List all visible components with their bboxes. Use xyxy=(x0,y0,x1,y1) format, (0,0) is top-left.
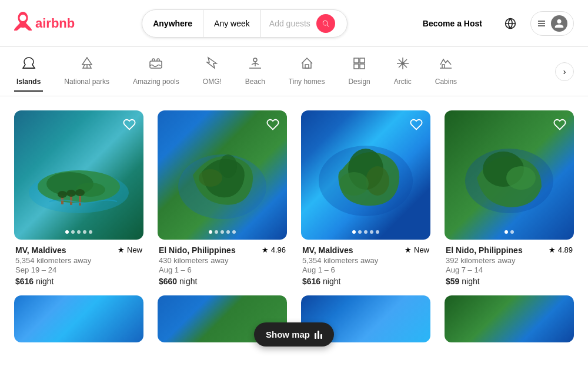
wishlist-button-4[interactable] xyxy=(552,116,568,133)
category-beach[interactable]: Beach xyxy=(243,52,268,92)
islands-icon xyxy=(22,56,36,74)
listing-location-3: MV, Maldives xyxy=(302,245,353,255)
listing-image-1 xyxy=(14,110,143,240)
national-parks-label: National parks xyxy=(64,78,109,86)
listing-dates-2: Aug 1 – 6 xyxy=(159,265,286,274)
amazing-pools-label: Amazing pools xyxy=(133,78,179,86)
beach-icon xyxy=(248,56,262,74)
listings-grid: MV, Maldives ★ New 5,354 kilometers away… xyxy=(0,96,588,286)
svg-point-36 xyxy=(506,166,536,190)
category-islands[interactable]: Islands xyxy=(14,52,43,92)
hamburger-icon xyxy=(537,19,546,28)
listing-price-4: $59 night xyxy=(446,277,573,286)
bottom-card-4[interactable] xyxy=(445,295,574,342)
arctic-label: Arctic xyxy=(394,78,412,86)
listing-card-1[interactable]: MV, Maldives ★ New 5,354 kilometers away… xyxy=(14,110,143,286)
listing-card-2[interactable]: El Nido, Philippines ★ 4.96 430 kilomete… xyxy=(158,110,287,286)
wishlist-button-1[interactable] xyxy=(121,116,138,133)
listing-image-2 xyxy=(158,110,287,240)
category-next-arrow[interactable]: › xyxy=(555,62,574,81)
header-right: Become a Host xyxy=(415,11,574,36)
category-design[interactable]: Design xyxy=(346,52,372,92)
image-dots-2 xyxy=(209,230,236,234)
search-any-week[interactable]: Any week xyxy=(203,10,261,37)
tiny-homes-label: Tiny homes xyxy=(289,78,325,86)
user-menu-button[interactable] xyxy=(530,11,574,36)
image-dots-4 xyxy=(505,230,514,234)
beach-label: Beach xyxy=(245,78,265,86)
listing-price-3: $616 night xyxy=(302,277,429,286)
listing-dates-1: Sep 19 – 24 xyxy=(15,265,142,274)
logo[interactable]: airbnb xyxy=(14,12,75,35)
listing-dates-4: Aug 7 – 14 xyxy=(446,265,573,274)
category-omg[interactable]: OMG! xyxy=(201,52,224,92)
svg-point-32 xyxy=(366,166,389,196)
listing-info-1: MV, Maldives ★ New 5,354 kilometers away… xyxy=(14,240,143,286)
search-anywhere[interactable]: Anywhere xyxy=(142,10,203,37)
category-amazing-pools[interactable]: Amazing pools xyxy=(131,52,182,92)
show-map-button[interactable]: Show map xyxy=(254,322,334,347)
bottom-card-1[interactable] xyxy=(14,295,143,342)
category-arctic[interactable]: Arctic xyxy=(392,52,414,92)
svg-rect-9 xyxy=(360,58,365,63)
listing-image-4 xyxy=(445,110,574,240)
listing-rating-3: ★ New xyxy=(405,245,429,254)
listing-rating-4: ★ 4.89 xyxy=(549,245,573,254)
globe-icon[interactable] xyxy=(500,13,521,34)
listing-price-1: $616 night xyxy=(15,277,142,286)
listing-image-3 xyxy=(301,110,430,240)
listing-info-4: El Nido, Philippines ★ 4.89 392 kilomete… xyxy=(445,240,574,286)
tiny-homes-icon xyxy=(300,56,314,74)
listing-rating-2: ★ 4.96 xyxy=(262,245,286,254)
search-button[interactable] xyxy=(316,14,335,33)
svg-point-25 xyxy=(66,190,76,197)
listings-main: MV, Maldives ★ New 5,354 kilometers away… xyxy=(0,96,588,342)
listing-location-2: El Nido, Philippines xyxy=(159,245,236,255)
show-map-label: Show map xyxy=(266,329,310,339)
listing-rating-1: ★ New xyxy=(118,245,142,254)
svg-point-33 xyxy=(339,172,369,196)
wishlist-button-2[interactable] xyxy=(265,116,281,133)
listing-price-2: $660 night xyxy=(159,277,286,286)
svg-point-28 xyxy=(219,154,237,178)
category-national-parks[interactable]: National parks xyxy=(62,52,112,92)
category-cabins[interactable]: Cabins xyxy=(433,52,459,92)
listing-card-4[interactable]: El Nido, Philippines ★ 4.89 392 kilomete… xyxy=(445,110,574,286)
search-guests-container[interactable]: Add guests xyxy=(261,14,347,33)
omg-icon xyxy=(205,56,219,74)
user-avatar xyxy=(551,15,567,32)
design-icon xyxy=(352,56,366,74)
listing-location-4: El Nido, Philippines xyxy=(446,245,523,255)
svg-point-29 xyxy=(199,169,222,187)
svg-rect-7 xyxy=(305,65,309,68)
amazing-pools-icon xyxy=(149,56,163,74)
listing-card-3[interactable]: MV, Maldives ★ New 5,354 kilometers away… xyxy=(301,110,430,286)
listing-location-1: MV, Maldives xyxy=(15,245,66,255)
category-tiny-homes[interactable]: Tiny homes xyxy=(286,52,328,92)
svg-rect-11 xyxy=(360,64,365,69)
map-bars-icon xyxy=(315,331,322,339)
cabins-label: Cabins xyxy=(435,78,457,86)
design-label: Design xyxy=(348,78,370,86)
islands-label: Islands xyxy=(16,78,41,86)
listing-dates-3: Aug 1 – 6 xyxy=(302,265,429,274)
become-host-button[interactable]: Become a Host xyxy=(415,13,490,34)
cabins-icon xyxy=(439,56,453,74)
svg-point-26 xyxy=(75,189,85,196)
listing-distance-3: 5,354 kilometers away xyxy=(302,256,429,265)
svg-point-24 xyxy=(58,191,67,198)
svg-rect-10 xyxy=(354,64,359,69)
logo-text: airbnb xyxy=(35,16,75,31)
listing-distance-1: 5,354 kilometers away xyxy=(15,256,142,265)
arctic-icon xyxy=(396,56,410,74)
wishlist-button-3[interactable] xyxy=(408,116,425,133)
header: airbnb Anywhere Any week Add guests Beco… xyxy=(0,0,588,47)
national-parks-icon xyxy=(80,56,94,74)
image-dots-1 xyxy=(65,230,92,234)
category-nav: Islands National parks Amazi xyxy=(0,47,588,96)
search-guests-text: Add guests xyxy=(269,19,310,28)
search-bar: Anywhere Any week Add guests xyxy=(142,9,348,38)
listing-distance-2: 430 kilometers away xyxy=(159,256,286,265)
listing-info-3: MV, Maldives ★ New 5,354 kilometers away… xyxy=(301,240,430,286)
category-list: Islands National parks Amazi xyxy=(14,52,550,92)
